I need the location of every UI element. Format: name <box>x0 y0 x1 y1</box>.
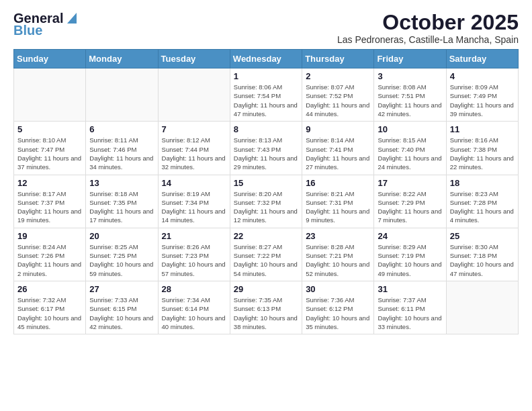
day-info: Sunrise: 8:15 AMSunset: 7:40 PMDaylight:… <box>378 136 442 171</box>
day-number: 22 <box>234 231 298 241</box>
calendar-day-cell: 23Sunrise: 8:28 AMSunset: 7:21 PMDayligh… <box>302 228 374 281</box>
calendar-day-cell <box>86 68 158 122</box>
page-container: General Blue October 2025 Las Pedroneras… <box>0 0 532 341</box>
day-number: 17 <box>378 178 442 188</box>
day-info: Sunrise: 8:25 AMSunset: 7:25 PMDaylight:… <box>89 242 154 278</box>
day-number: 1 <box>234 71 298 81</box>
day-of-week-header: Saturday <box>446 50 518 68</box>
day-info: Sunrise: 7:36 AMSunset: 6:12 PMDaylight:… <box>306 295 370 331</box>
calendar-day-cell: 22Sunrise: 8:27 AMSunset: 7:22 PMDayligh… <box>230 228 302 281</box>
day-number: 12 <box>17 178 82 188</box>
calendar-day-cell: 13Sunrise: 8:18 AMSunset: 7:35 PMDayligh… <box>86 175 158 228</box>
day-number: 31 <box>378 284 442 294</box>
day-info: Sunrise: 8:18 AMSunset: 7:35 PMDaylight:… <box>89 189 154 225</box>
day-info: Sunrise: 8:06 AMSunset: 7:54 PMDaylight:… <box>234 83 298 118</box>
calendar-day-cell: 12Sunrise: 8:17 AMSunset: 7:37 PMDayligh… <box>14 175 86 228</box>
logo-blue-text: Blue <box>13 23 42 38</box>
day-info: Sunrise: 8:11 AMSunset: 7:46 PMDaylight:… <box>89 136 154 171</box>
day-number: 24 <box>378 231 442 241</box>
calendar-day-cell: 7Sunrise: 8:12 AMSunset: 7:44 PMDaylight… <box>158 122 230 175</box>
day-info: Sunrise: 8:17 AMSunset: 7:37 PMDaylight:… <box>17 189 82 225</box>
day-of-week-header: Wednesday <box>230 50 302 68</box>
calendar-day-cell: 2Sunrise: 8:07 AMSunset: 7:52 PMDaylight… <box>302 68 374 122</box>
day-info: Sunrise: 8:26 AMSunset: 7:23 PMDaylight:… <box>162 242 226 278</box>
calendar-day-cell: 29Sunrise: 7:35 AMSunset: 6:13 PMDayligh… <box>230 281 302 334</box>
day-info: Sunrise: 7:34 AMSunset: 6:14 PMDaylight:… <box>162 295 226 331</box>
day-number: 16 <box>306 178 370 188</box>
day-number: 4 <box>450 71 515 81</box>
day-number: 6 <box>89 124 154 134</box>
calendar-day-cell: 10Sunrise: 8:15 AMSunset: 7:40 PMDayligh… <box>374 122 446 175</box>
logo-icon <box>64 10 77 25</box>
day-number: 2 <box>306 71 370 81</box>
calendar-day-cell: 21Sunrise: 8:26 AMSunset: 7:23 PMDayligh… <box>158 228 230 281</box>
day-info: Sunrise: 8:08 AMSunset: 7:51 PMDaylight:… <box>378 83 442 118</box>
calendar-day-cell: 18Sunrise: 8:23 AMSunset: 7:28 PMDayligh… <box>446 175 518 228</box>
day-number: 19 <box>17 231 82 241</box>
calendar-day-cell <box>158 68 230 122</box>
calendar-day-cell: 4Sunrise: 8:09 AMSunset: 7:49 PMDaylight… <box>446 68 518 122</box>
day-number: 29 <box>234 284 298 294</box>
calendar-day-cell: 1Sunrise: 8:06 AMSunset: 7:54 PMDaylight… <box>230 68 302 122</box>
calendar-day-cell: 16Sunrise: 8:21 AMSunset: 7:31 PMDayligh… <box>302 175 374 228</box>
calendar-day-cell: 5Sunrise: 8:10 AMSunset: 7:47 PMDaylight… <box>14 122 86 175</box>
calendar-week-row: 19Sunrise: 8:24 AMSunset: 7:26 PMDayligh… <box>14 228 519 281</box>
day-number: 21 <box>162 231 226 241</box>
calendar-table: SundayMondayTuesdayWednesdayThursdayFrid… <box>13 49 519 334</box>
calendar-week-row: 12Sunrise: 8:17 AMSunset: 7:37 PMDayligh… <box>14 175 519 228</box>
day-number: 9 <box>306 124 370 134</box>
day-info: Sunrise: 8:07 AMSunset: 7:52 PMDaylight:… <box>306 83 370 118</box>
calendar-day-cell: 17Sunrise: 8:22 AMSunset: 7:29 PMDayligh… <box>374 175 446 228</box>
calendar-day-cell: 24Sunrise: 8:29 AMSunset: 7:19 PMDayligh… <box>374 228 446 281</box>
day-info: Sunrise: 8:19 AMSunset: 7:34 PMDaylight:… <box>162 189 226 225</box>
calendar-day-cell: 26Sunrise: 7:32 AMSunset: 6:17 PMDayligh… <box>14 281 86 334</box>
location-text: Las Pedroneras, Castille-La Mancha, Spai… <box>337 34 519 45</box>
day-info: Sunrise: 8:14 AMSunset: 7:41 PMDaylight:… <box>306 136 370 171</box>
calendar-day-cell: 30Sunrise: 7:36 AMSunset: 6:12 PMDayligh… <box>302 281 374 334</box>
day-info: Sunrise: 7:35 AMSunset: 6:13 PMDaylight:… <box>234 295 298 331</box>
calendar-day-cell: 31Sunrise: 7:37 AMSunset: 6:11 PMDayligh… <box>374 281 446 334</box>
calendar-day-cell: 9Sunrise: 8:14 AMSunset: 7:41 PMDaylight… <box>302 122 374 175</box>
calendar-day-cell: 14Sunrise: 8:19 AMSunset: 7:34 PMDayligh… <box>158 175 230 228</box>
day-info: Sunrise: 8:22 AMSunset: 7:29 PMDaylight:… <box>378 189 442 225</box>
day-info: Sunrise: 8:23 AMSunset: 7:28 PMDaylight:… <box>450 189 515 225</box>
day-info: Sunrise: 8:12 AMSunset: 7:44 PMDaylight:… <box>162 136 226 171</box>
day-number: 5 <box>17 124 82 134</box>
day-info: Sunrise: 8:16 AMSunset: 7:38 PMDaylight:… <box>450 136 515 171</box>
calendar-week-row: 1Sunrise: 8:06 AMSunset: 7:54 PMDaylight… <box>14 68 519 122</box>
month-title: October 2025 <box>337 11 519 34</box>
day-number: 27 <box>89 284 154 294</box>
day-number: 13 <box>89 178 154 188</box>
page-header: General Blue October 2025 Las Pedroneras… <box>13 11 519 45</box>
day-of-week-header: Tuesday <box>158 50 230 68</box>
day-info: Sunrise: 8:30 AMSunset: 7:18 PMDaylight:… <box>450 242 515 278</box>
day-of-week-header: Sunday <box>14 50 86 68</box>
day-info: Sunrise: 8:09 AMSunset: 7:49 PMDaylight:… <box>450 83 515 118</box>
day-number: 10 <box>378 124 442 134</box>
day-of-week-header: Thursday <box>302 50 374 68</box>
calendar-day-cell: 19Sunrise: 8:24 AMSunset: 7:26 PMDayligh… <box>14 228 86 281</box>
day-number: 28 <box>162 284 226 294</box>
day-info: Sunrise: 8:10 AMSunset: 7:47 PMDaylight:… <box>17 136 82 171</box>
day-number: 18 <box>450 178 515 188</box>
calendar-day-cell: 3Sunrise: 8:08 AMSunset: 7:51 PMDaylight… <box>374 68 446 122</box>
day-info: Sunrise: 8:13 AMSunset: 7:43 PMDaylight:… <box>234 136 298 171</box>
calendar-day-cell: 8Sunrise: 8:13 AMSunset: 7:43 PMDaylight… <box>230 122 302 175</box>
day-number: 11 <box>450 124 515 134</box>
day-info: Sunrise: 8:28 AMSunset: 7:21 PMDaylight:… <box>306 242 370 278</box>
day-number: 20 <box>89 231 154 241</box>
day-info: Sunrise: 7:33 AMSunset: 6:15 PMDaylight:… <box>89 295 154 331</box>
day-number: 15 <box>234 178 298 188</box>
day-info: Sunrise: 8:20 AMSunset: 7:32 PMDaylight:… <box>234 189 298 225</box>
day-info: Sunrise: 8:21 AMSunset: 7:31 PMDaylight:… <box>306 189 370 225</box>
calendar-day-cell: 27Sunrise: 7:33 AMSunset: 6:15 PMDayligh… <box>86 281 158 334</box>
day-info: Sunrise: 7:32 AMSunset: 6:17 PMDaylight:… <box>17 295 82 331</box>
day-info: Sunrise: 7:37 AMSunset: 6:11 PMDaylight:… <box>378 295 442 331</box>
day-info: Sunrise: 8:27 AMSunset: 7:22 PMDaylight:… <box>234 242 298 278</box>
day-number: 30 <box>306 284 370 294</box>
calendar-day-cell: 15Sunrise: 8:20 AMSunset: 7:32 PMDayligh… <box>230 175 302 228</box>
title-section: October 2025 Las Pedroneras, Castille-La… <box>337 11 519 45</box>
day-number: 3 <box>378 71 442 81</box>
day-of-week-header: Friday <box>374 50 446 68</box>
day-info: Sunrise: 8:24 AMSunset: 7:26 PMDaylight:… <box>17 242 82 278</box>
